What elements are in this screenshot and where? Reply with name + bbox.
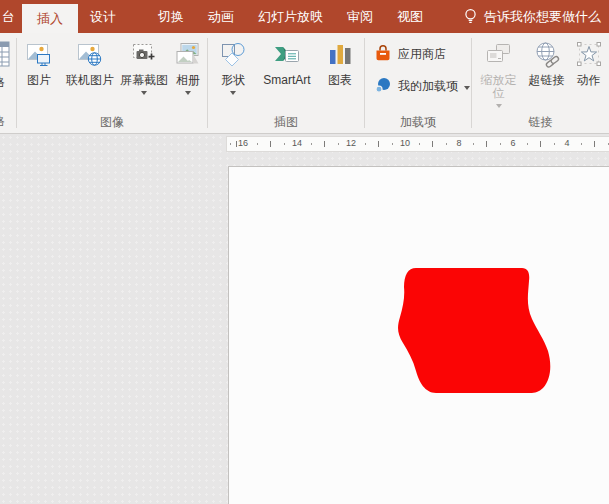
chevron-down-icon <box>230 91 236 95</box>
action-star-icon <box>575 39 603 71</box>
chart-icon <box>326 39 354 71</box>
horizontal-ruler: 161412108642 <box>226 136 609 152</box>
slide-drawing-layer <box>229 167 609 504</box>
shapes-label: 形状 <box>221 74 245 87</box>
tab-animations[interactable]: 动画 <box>196 0 246 33</box>
group-label-illustrations: 插图 <box>208 114 364 131</box>
table-button-label-fragment: 格 <box>0 74 5 91</box>
pictures-label: 图片 <box>27 74 51 87</box>
chevron-down-icon <box>464 86 470 90</box>
group-label-addins: 加载项 <box>365 114 471 131</box>
smartart-label: SmartArt <box>263 74 310 87</box>
my-addins-icon <box>374 76 392 97</box>
chevron-down-icon <box>185 91 191 95</box>
chevron-down-icon <box>141 91 147 95</box>
photo-album-icon <box>173 39 203 71</box>
table-group-label-fragment: 格 <box>0 113 5 130</box>
slide-canvas[interactable] <box>228 166 609 504</box>
tell-me-box[interactable]: 告诉我你想要做什么 <box>463 8 601 26</box>
my-addins-label: 我的加载项 <box>398 78 458 95</box>
zoom-slides-icon <box>484 39 514 71</box>
tab-slideshow[interactable]: 幻灯片放映 <box>246 0 335 33</box>
lightbulb-icon <box>463 8 478 25</box>
my-addins-button[interactable]: 我的加载项 <box>374 76 470 97</box>
hyperlink-globe-icon <box>532 39 562 71</box>
group-label-images: 图像 <box>17 114 207 131</box>
store-label: 应用商店 <box>398 46 446 63</box>
tab-insert[interactable]: 插入 <box>22 4 78 33</box>
editing-workspace: 161412108642 <box>0 134 609 504</box>
tab-review[interactable]: 审阅 <box>335 0 385 33</box>
group-label-links: 链接 <box>472 114 609 131</box>
picture-monitor-icon <box>24 39 54 71</box>
action-label: 动作 <box>577 74 601 87</box>
ribbon-group-addins: 应用商店 我的加载项 加载项 <box>365 33 471 133</box>
smartart-icon <box>272 39 302 71</box>
tab-view[interactable]: 视图 <box>385 0 435 33</box>
store-bag-icon <box>374 44 392 65</box>
zoom-link-label: 缩放定位 <box>478 74 520 100</box>
ribbon-group-illustrations: 形状 SmartArt 图表 <box>208 33 364 133</box>
photo-album-label: 相册 <box>176 74 200 87</box>
ribbon-tab-bar: 台 插入 设计 切换 动画 幻灯片放映 审阅 视图 告诉我你想要做什么 <box>0 0 609 33</box>
hyperlink-label: 超链接 <box>529 74 565 87</box>
picture-globe-icon <box>75 39 105 71</box>
store-button[interactable]: 应用商店 <box>374 44 446 65</box>
tab-transitions[interactable]: 切换 <box>146 0 196 33</box>
chevron-down-icon <box>496 104 502 108</box>
ribbon-group-table-partial: 格 格 <box>0 33 16 133</box>
tab-home-partial[interactable]: 台 <box>0 0 17 33</box>
online-pictures-label: 联机图片 <box>66 74 114 87</box>
chart-label: 图表 <box>328 74 352 87</box>
ribbon-group-images: 图片 联机图片 <box>17 33 207 133</box>
ribbon-group-links: 缩放定位 超链接 <box>472 33 609 133</box>
tab-design[interactable]: 设计 <box>78 0 128 33</box>
shapes-icon <box>219 39 247 71</box>
table-icon <box>0 40 11 68</box>
tell-me-label: 告诉我你想要做什么 <box>484 8 601 26</box>
screenshot-camera-icon <box>130 39 158 71</box>
red-wave-shape[interactable] <box>398 268 550 393</box>
screenshot-label: 屏幕截图 <box>120 74 168 87</box>
ribbon-insert-panel: 格 格 图片 <box>0 33 609 134</box>
